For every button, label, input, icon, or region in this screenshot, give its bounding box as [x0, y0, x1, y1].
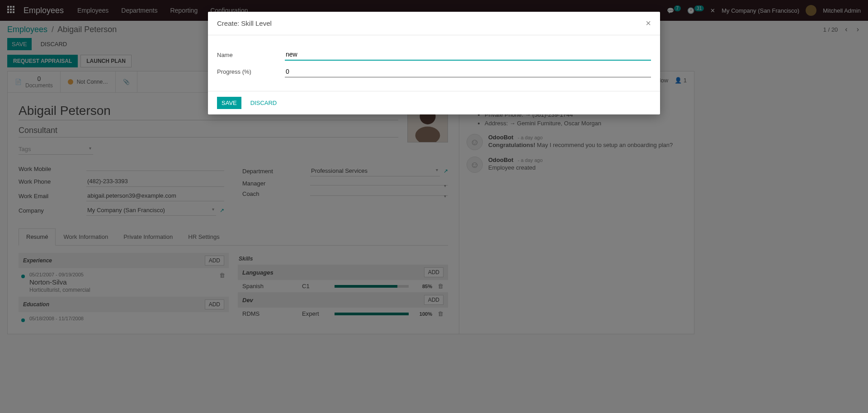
modal-title: Create: Skill Level [217, 19, 272, 27]
modal-overlay: Create: Skill Level × Name Progress (%) … [0, 0, 868, 342]
modal-save-button[interactable]: SAVE [217, 97, 241, 109]
modal-close-button[interactable]: × [646, 18, 651, 28]
progress-label: Progress (%) [217, 68, 285, 75]
modal-discard-button[interactable]: DISCARD [246, 97, 282, 109]
name-input[interactable] [285, 49, 651, 61]
modal-create-skill-level: Create: Skill Level × Name Progress (%) … [208, 12, 660, 114]
progress-input[interactable] [285, 66, 651, 77]
name-label: Name [217, 52, 285, 58]
